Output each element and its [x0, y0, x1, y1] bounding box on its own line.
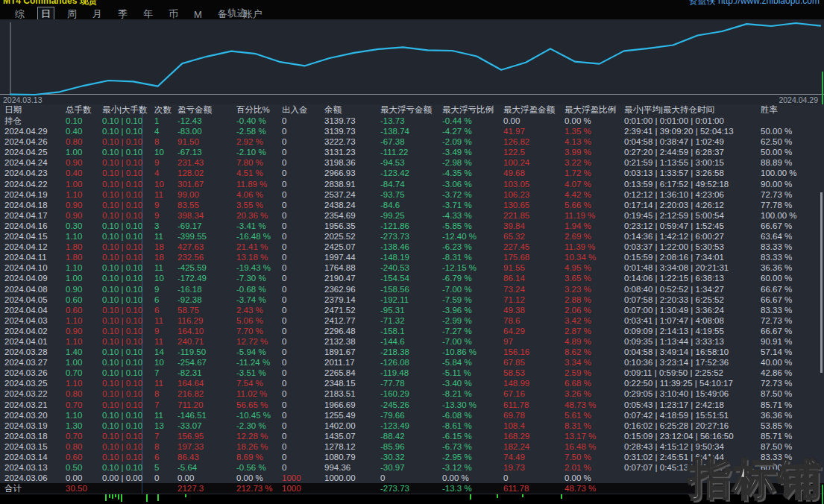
- cell-date: 合计: [4, 483, 64, 494]
- cell-max-float-profit: 611.78: [503, 400, 562, 410]
- menu-tab-年[interactable]: 年: [140, 7, 156, 19]
- cell-max-float-loss: -79.66: [380, 410, 440, 420]
- cell-in-out: 0: [282, 157, 322, 168]
- cell-times: 5: [154, 462, 175, 473]
- cell-max-float-profit: 69.78: [503, 410, 562, 420]
- cell-hold-time: 0:09:35 | 1:13:44 | 3:33:13: [624, 336, 758, 347]
- table-row[interactable]: 2024.04.091.000.10 | 0.1010-172.49-7.30 …: [0, 273, 824, 283]
- col-header-in-out[interactable]: 出入金: [282, 104, 322, 116]
- cell-win-rate: 57.14 %: [761, 347, 820, 357]
- col-header-pnl[interactable]: 盈亏金额: [177, 104, 234, 116]
- cell-balance: 2354.69: [324, 210, 380, 221]
- cell-balance: 1402.00: [324, 420, 380, 431]
- table-row[interactable]: 持仓0.100.10 | 0.101-12.43-0.40 %03139.73-…: [0, 116, 824, 126]
- table-row[interactable]: 2024.04.260.800.10 | 0.10891.502.92 %032…: [0, 136, 824, 147]
- table-row[interactable]: 2024.04.020.900.10 | 0.109164.107.70 %02…: [0, 326, 824, 336]
- col-header-max-float-loss[interactable]: 最大浮亏金额: [380, 104, 440, 116]
- menu-item-trail[interactable]: 轨迹: [227, 7, 247, 19]
- cell-in-out: 1000: [282, 483, 322, 494]
- table-row[interactable]: 2024.04.011.100.10 | 0.1011240.7112.72 %…: [0, 336, 824, 347]
- menu-tab-季[interactable]: 季: [115, 7, 130, 19]
- col-header-max-float-profit-pct[interactable]: 最大浮盈比例: [564, 104, 621, 116]
- cell-max-float-profit-pct: 3.65 %: [564, 273, 621, 283]
- col-header-max-float-profit[interactable]: 最大浮盈金额: [503, 104, 562, 116]
- cell-percent: -5.94 %: [236, 347, 280, 357]
- menu-tab-周[interactable]: 周: [64, 7, 80, 19]
- table-row[interactable]: 2024.04.111.800.10 | 0.1018232.5613.18 %…: [0, 252, 824, 262]
- table-row[interactable]: 2024.03.281.400.10 | 0.1014-119.50-5.94 …: [0, 347, 824, 357]
- table-row[interactable]: 2024.03.220.800.10 | 0.108216.8211.02 %0…: [0, 388, 824, 399]
- cell-in-out: 0: [282, 252, 322, 262]
- table-row[interactable]: 2024.03.201.100.10 | 0.1011-146.51-10.45…: [0, 410, 824, 420]
- table-row[interactable]: 2024.04.101.100.10 | 0.1011-425.59-19.43…: [0, 262, 824, 273]
- equity-curve-chart[interactable]: 2024.03.13 2024.04.29: [0, 19, 824, 104]
- daily-stats-table: 日期总手数最小|大手数次数盈亏金额百分比%出入金余额最大浮亏金额最大浮亏比例最大…: [0, 104, 824, 504]
- table-row[interactable]: 2024.04.031.100.10 | 0.1011116.295.06 %0…: [0, 315, 824, 326]
- cell-min-max-lots: 0.10 | 0.10: [102, 136, 153, 147]
- cell-pnl: -399.55: [177, 231, 234, 242]
- cell-balance: 3139.73: [324, 116, 380, 126]
- col-header-date[interactable]: 日期: [4, 104, 64, 116]
- table-row[interactable]: 2024.03.210.700.10 | 0.107711.2056.65 %0…: [0, 400, 824, 410]
- table-row[interactable]: 2024.03.271.000.10 | 0.1010-254.67-11.24…: [0, 357, 824, 368]
- col-header-times[interactable]: 次数: [154, 104, 175, 116]
- table-row[interactable]: 2024.04.160.300.10 | 0.103-69.17-3.41 %0…: [0, 221, 824, 231]
- table-row[interactable]: 2024.04.221.000.10 | 0.1010301.6711.89 %…: [0, 179, 824, 189]
- menu-tab-日[interactable]: 日: [37, 7, 54, 19]
- menu-tab-月[interactable]: 月: [89, 7, 105, 19]
- cell-balance: 2425.07: [324, 242, 380, 252]
- col-header-lots[interactable]: 总手数: [66, 104, 100, 116]
- table-row[interactable]: 2024.04.191.100.10 | 0.101199.004.06 %02…: [0, 189, 824, 200]
- col-header-max-float-loss-pct[interactable]: 最大浮亏比例: [442, 104, 500, 116]
- col-header-win-rate[interactable]: 胜率: [761, 104, 820, 116]
- watermark-text: 指标铺: [688, 450, 823, 504]
- cell-hold-time: 0:14:36 | 1:42:12 | 6:00:27: [624, 231, 758, 242]
- cell-max-float-profit: 49.38: [503, 305, 562, 315]
- cell-min-max-lots: 0.10 | 0.10: [102, 273, 153, 283]
- cell-hold-time: 0:04:58 | 3:49:14 | 16:58:10: [624, 347, 758, 357]
- cell-max-float-profit-pct: 5.66 %: [564, 200, 621, 210]
- cell-max-float-profit: 103.05: [503, 179, 562, 189]
- menu-tab-综[interactable]: 综: [12, 7, 28, 19]
- table-row[interactable]: 2024.04.080.900.10 | 0.109-16.18-0.68 %0…: [0, 284, 824, 294]
- cell-max-float-profit: 91.55: [503, 262, 562, 273]
- col-header-balance[interactable]: 余额: [324, 104, 380, 116]
- cell-percent: 3.55 %: [236, 200, 280, 210]
- mini-bar: [115, 494, 116, 497]
- table-row[interactable]: 2024.04.050.600.10 | 0.106-92.38-3.74 %0…: [0, 294, 824, 305]
- cell-lots: 0.30: [66, 221, 100, 231]
- cell-win-rate: 66.67 %: [761, 294, 820, 305]
- table-row[interactable]: 2024.03.191.300.10 | 0.1013-33.07-2.30 %…: [0, 420, 824, 431]
- cell-min-max-lots: 0.10 | 0.10: [102, 431, 153, 441]
- table-row[interactable]: 2024.04.170.900.10 | 0.109398.3420.36 %0…: [0, 210, 824, 221]
- cell-times: 11: [154, 410, 175, 420]
- col-header-min-max-lots[interactable]: 最小|大手数: [102, 104, 153, 116]
- table-row[interactable]: 2024.04.151.100.10 | 0.1011-399.55-16.48…: [0, 231, 824, 242]
- menu-tab-M[interactable]: M: [191, 9, 205, 20]
- table-row[interactable]: 2024.04.230.400.10 | 0.104128.024.51 %02…: [0, 168, 824, 178]
- table-row[interactable]: 2024.04.290.400.10 | 0.104-83.00-2.58 %0…: [0, 126, 824, 136]
- cell-min-max-lots: 0.10 | 0.10: [102, 242, 153, 252]
- cell-date: 2024.04.04: [4, 305, 64, 315]
- table-row[interactable]: 2024.04.251.000.10 | 0.1010-67.13-2.10 %…: [0, 147, 824, 157]
- cell-max-float-loss: -218.38: [380, 347, 440, 357]
- cell-min-max-lots: 0.10 | 0.10: [102, 441, 153, 452]
- cell-pnl: 197.33: [177, 441, 234, 452]
- table-row[interactable]: 2024.04.121.800.10 | 0.1018427.6321.41 %…: [0, 242, 824, 252]
- col-header-hold-time[interactable]: 最小|平均|最大持仓时间: [624, 104, 758, 116]
- cell-pnl: 83.55: [177, 200, 234, 210]
- table-row[interactable]: 2024.03.251.100.10 | 0.1011164.647.54 %0…: [0, 378, 824, 388]
- table-row[interactable]: 2024.04.240.900.10 | 0.109231.437.80 %03…: [0, 157, 824, 168]
- table-row[interactable]: 2024.04.180.900.10 | 0.10983.553.55 %024…: [0, 200, 824, 210]
- table-row[interactable]: 2024.03.180.700.10 | 0.107156.9512.28 %0…: [0, 431, 824, 441]
- mini-bar: [497, 494, 498, 498]
- col-header-percent[interactable]: 百分比%: [236, 104, 280, 116]
- cell-pnl: 240.71: [177, 336, 234, 347]
- cell-lots: 0.80: [66, 441, 100, 452]
- vertical-scrollbar-thumb[interactable]: [820, 192, 823, 373]
- cell-balance: 2190.47: [324, 273, 380, 283]
- cell-max-float-loss: -245.26: [380, 400, 440, 410]
- table-row[interactable]: 2024.03.260.700.10 | 0.107-82.31-3.51 %0…: [0, 368, 824, 378]
- table-row[interactable]: 2024.04.040.600.10 | 0.10658.752.43 %024…: [0, 305, 824, 315]
- menu-tab-币[interactable]: 币: [166, 7, 181, 19]
